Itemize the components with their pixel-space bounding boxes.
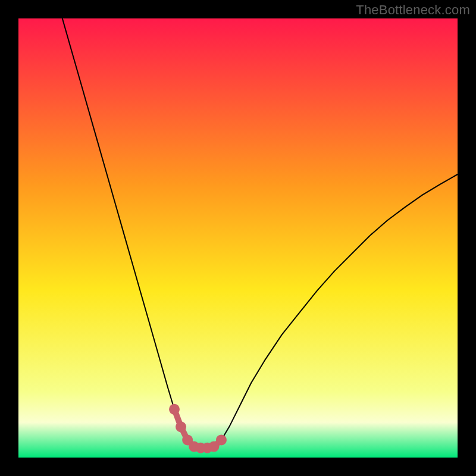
marker-trough-highlight <box>176 421 186 432</box>
marker-trough-highlight <box>169 404 180 415</box>
chart-frame: TheBottleneck.com <box>0 0 476 476</box>
chart-plot-area <box>18 18 458 458</box>
watermark-text: TheBottleneck.com <box>356 2 470 18</box>
marker-trough-highlight <box>216 434 227 445</box>
chart-svg <box>18 18 458 458</box>
gradient-background <box>18 18 458 458</box>
